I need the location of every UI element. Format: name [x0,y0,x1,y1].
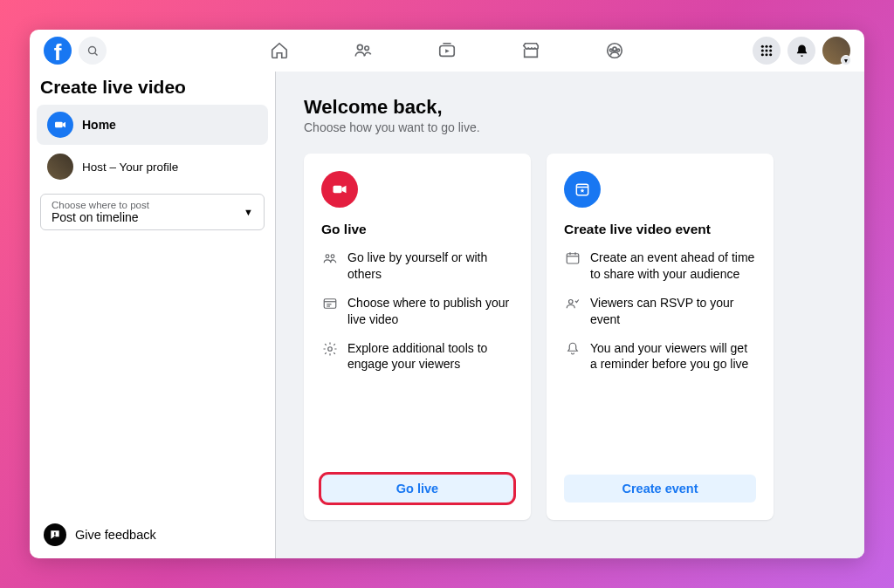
friends-icon [354,41,373,60]
grid-icon [760,44,774,58]
svg-point-2 [357,44,362,50]
watch-icon [437,41,457,60]
camera-icon [47,112,73,138]
feature-row: You and your viewers will get a reminder… [564,340,756,373]
people-icon [321,250,339,283]
feature-row: Go live by yourself or with others [321,250,513,283]
svg-line-1 [94,52,97,55]
svg-rect-19 [54,532,55,535]
nav-center [269,40,625,61]
svg-rect-20 [54,536,55,537]
bell-icon [794,44,809,58]
facebook-logo[interactable]: f [44,37,72,65]
feature-row: Explore additional tools to engage your … [321,340,513,373]
account-avatar[interactable]: ▼ [822,37,850,65]
post-select-label: Choose where to post [52,200,253,210]
svg-point-7 [609,49,612,51]
sidebar-title: Create live video [30,77,275,105]
feature-row: Choose where to publish your live video [321,295,513,328]
publish-icon [321,296,339,328]
marketplace-icon [521,41,540,60]
svg-rect-31 [567,254,579,263]
go-live-card-title: Go live [321,222,513,237]
nav-marketplace[interactable] [520,40,541,61]
host-label: Host – Your profile [82,161,178,174]
go-live-button[interactable]: Go live [321,475,513,503]
give-feedback-button[interactable]: Give feedback [30,511,275,558]
host-row[interactable]: Host – Your profile [30,145,275,188]
feature-text: Choose where to publish your live video [347,295,513,328]
svg-rect-21 [334,186,342,193]
feedback-label: Give feedback [75,528,156,542]
svg-point-0 [88,46,95,53]
menu-button[interactable] [753,37,781,65]
welcome-subtitle: Choose how you want to go live. [304,120,836,134]
nav-watch[interactable] [437,40,457,61]
nav-friends[interactable] [353,40,374,61]
svg-point-23 [331,255,334,258]
groups-icon [605,41,624,60]
chevron-down-icon: ▼ [841,55,851,65]
app-window: f [30,30,864,558]
notifications-button[interactable] [787,37,815,65]
calendar-star-icon [574,181,591,198]
sidebar-spacer [30,236,275,511]
body: Create live video Home Host – Your profi… [30,72,864,558]
feedback-icon [44,523,66,546]
svg-point-10 [765,45,767,48]
feature-row: Viewers can RSVP to your event [564,295,756,328]
svg-point-9 [761,45,764,48]
svg-point-22 [326,255,329,258]
svg-point-13 [765,49,767,51]
create-event-card-icon [564,171,601,208]
spacer [321,385,513,475]
rsvp-icon [564,296,581,328]
post-select-value: Post on timeline [52,210,253,224]
topbar-right: ▼ [753,37,850,65]
search-icon [86,44,100,58]
bell-outline-icon [564,341,581,373]
create-event-button[interactable]: Create event [564,475,756,503]
sidebar: Create live video Home Host – Your profi… [30,72,276,558]
svg-point-28 [328,346,333,351]
nav-groups[interactable] [604,40,625,61]
svg-point-3 [365,46,369,51]
svg-point-35 [569,299,574,304]
svg-point-8 [617,49,620,51]
go-live-card: Go live Go live by yourself or with othe… [304,154,531,520]
nav-home[interactable] [269,40,290,61]
feature-text: Create an event ahead of time to share w… [590,250,756,283]
svg-rect-24 [324,299,336,309]
caret-down-icon: ▼ [244,207,253,217]
create-event-card: Create live video event Create an event … [547,154,774,520]
feature-text: You and your viewers will get a reminder… [590,340,756,373]
svg-point-17 [769,53,772,56]
svg-point-11 [769,45,772,48]
option-cards: Go live Go live by yourself or with othe… [304,154,836,520]
spacer [564,385,756,475]
go-live-card-icon [321,171,358,208]
welcome-title: Welcome back, [304,96,836,119]
svg-rect-18 [55,122,63,128]
svg-point-6 [613,47,616,51]
create-event-card-title: Create live video event [564,222,756,237]
search-button[interactable] [79,37,107,65]
svg-point-15 [761,53,764,56]
host-avatar [47,154,73,180]
main-content: Welcome back, Choose how you want to go … [276,72,864,558]
calendar-icon [564,250,581,283]
top-bar: f [30,30,864,72]
gear-icon [321,341,339,373]
svg-point-16 [765,53,767,56]
video-icon [331,181,348,198]
post-destination-select[interactable]: Choose where to post Post on timeline ▼ [40,194,265,230]
svg-point-12 [761,49,764,51]
feature-text: Go live by yourself or with others [347,250,513,283]
svg-point-14 [769,49,772,51]
home-icon [270,41,289,60]
sidebar-item-label: Home [82,118,116,132]
feature-text: Explore additional tools to engage your … [347,340,513,373]
feature-text: Viewers can RSVP to your event [590,295,756,328]
sidebar-item-home[interactable]: Home [37,105,268,145]
feature-row: Create an event ahead of time to share w… [564,250,756,283]
